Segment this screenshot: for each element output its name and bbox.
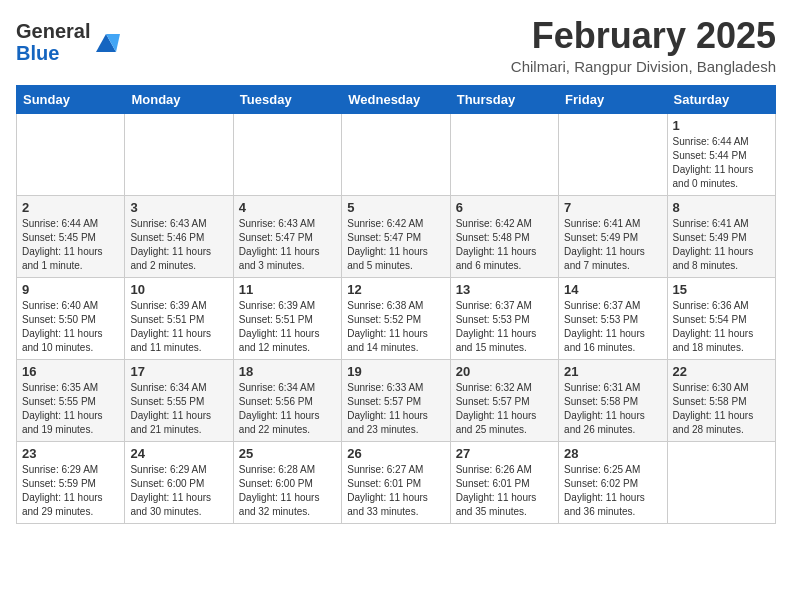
calendar-cell: 3Sunrise: 6:43 AM Sunset: 5:46 PM Daylig… [125,195,233,277]
weekday-header: Wednesday [342,85,450,113]
day-number: 19 [347,364,444,379]
calendar-cell: 18Sunrise: 6:34 AM Sunset: 5:56 PM Dayli… [233,359,341,441]
calendar-header-row: SundayMondayTuesdayWednesdayThursdayFrid… [17,85,776,113]
calendar-week-row: 16Sunrise: 6:35 AM Sunset: 5:55 PM Dayli… [17,359,776,441]
day-number: 9 [22,282,119,297]
calendar-cell: 4Sunrise: 6:43 AM Sunset: 5:47 PM Daylig… [233,195,341,277]
weekday-header: Friday [559,85,667,113]
day-info: Sunrise: 6:37 AM Sunset: 5:53 PM Dayligh… [456,299,553,355]
calendar-cell: 14Sunrise: 6:37 AM Sunset: 5:53 PM Dayli… [559,277,667,359]
calendar-cell: 15Sunrise: 6:36 AM Sunset: 5:54 PM Dayli… [667,277,775,359]
day-number: 15 [673,282,770,297]
day-info: Sunrise: 6:28 AM Sunset: 6:00 PM Dayligh… [239,463,336,519]
calendar-cell [559,113,667,195]
month-title: February 2025 [511,16,776,56]
day-info: Sunrise: 6:35 AM Sunset: 5:55 PM Dayligh… [22,381,119,437]
day-number: 18 [239,364,336,379]
logo-general-text: General [16,20,90,42]
day-info: Sunrise: 6:44 AM Sunset: 5:44 PM Dayligh… [673,135,770,191]
day-number: 22 [673,364,770,379]
calendar-cell [125,113,233,195]
calendar-cell: 2Sunrise: 6:44 AM Sunset: 5:45 PM Daylig… [17,195,125,277]
calendar-week-row: 2Sunrise: 6:44 AM Sunset: 5:45 PM Daylig… [17,195,776,277]
calendar-cell: 27Sunrise: 6:26 AM Sunset: 6:01 PM Dayli… [450,441,558,523]
day-number: 12 [347,282,444,297]
day-number: 27 [456,446,553,461]
weekday-header: Thursday [450,85,558,113]
day-number: 2 [22,200,119,215]
calendar-cell [17,113,125,195]
day-number: 3 [130,200,227,215]
day-number: 8 [673,200,770,215]
weekday-header: Monday [125,85,233,113]
day-info: Sunrise: 6:34 AM Sunset: 5:55 PM Dayligh… [130,381,227,437]
day-info: Sunrise: 6:29 AM Sunset: 6:00 PM Dayligh… [130,463,227,519]
day-info: Sunrise: 6:38 AM Sunset: 5:52 PM Dayligh… [347,299,444,355]
calendar-cell [342,113,450,195]
day-number: 14 [564,282,661,297]
day-info: Sunrise: 6:32 AM Sunset: 5:57 PM Dayligh… [456,381,553,437]
day-info: Sunrise: 6:33 AM Sunset: 5:57 PM Dayligh… [347,381,444,437]
day-number: 26 [347,446,444,461]
calendar-cell: 24Sunrise: 6:29 AM Sunset: 6:00 PM Dayli… [125,441,233,523]
calendar-week-row: 9Sunrise: 6:40 AM Sunset: 5:50 PM Daylig… [17,277,776,359]
weekday-header: Sunday [17,85,125,113]
logo-blue-text: Blue [16,42,59,64]
day-number: 13 [456,282,553,297]
day-number: 4 [239,200,336,215]
day-info: Sunrise: 6:25 AM Sunset: 6:02 PM Dayligh… [564,463,661,519]
calendar-cell: 13Sunrise: 6:37 AM Sunset: 5:53 PM Dayli… [450,277,558,359]
day-info: Sunrise: 6:31 AM Sunset: 5:58 PM Dayligh… [564,381,661,437]
calendar-cell [233,113,341,195]
day-number: 25 [239,446,336,461]
calendar-cell: 23Sunrise: 6:29 AM Sunset: 5:59 PM Dayli… [17,441,125,523]
day-number: 24 [130,446,227,461]
calendar-cell: 11Sunrise: 6:39 AM Sunset: 5:51 PM Dayli… [233,277,341,359]
calendar-cell: 5Sunrise: 6:42 AM Sunset: 5:47 PM Daylig… [342,195,450,277]
calendar-cell: 12Sunrise: 6:38 AM Sunset: 5:52 PM Dayli… [342,277,450,359]
logo-icon [92,28,120,56]
title-block: February 2025 Chilmari, Rangpur Division… [511,16,776,75]
day-number: 21 [564,364,661,379]
day-info: Sunrise: 6:30 AM Sunset: 5:58 PM Dayligh… [673,381,770,437]
day-number: 20 [456,364,553,379]
calendar-week-row: 23Sunrise: 6:29 AM Sunset: 5:59 PM Dayli… [17,441,776,523]
calendar-cell: 17Sunrise: 6:34 AM Sunset: 5:55 PM Dayli… [125,359,233,441]
day-info: Sunrise: 6:40 AM Sunset: 5:50 PM Dayligh… [22,299,119,355]
day-number: 7 [564,200,661,215]
weekday-header: Saturday [667,85,775,113]
day-info: Sunrise: 6:43 AM Sunset: 5:47 PM Dayligh… [239,217,336,273]
day-info: Sunrise: 6:44 AM Sunset: 5:45 PM Dayligh… [22,217,119,273]
calendar-cell: 1Sunrise: 6:44 AM Sunset: 5:44 PM Daylig… [667,113,775,195]
day-number: 6 [456,200,553,215]
calendar-cell: 25Sunrise: 6:28 AM Sunset: 6:00 PM Dayli… [233,441,341,523]
day-info: Sunrise: 6:39 AM Sunset: 5:51 PM Dayligh… [130,299,227,355]
calendar-week-row: 1Sunrise: 6:44 AM Sunset: 5:44 PM Daylig… [17,113,776,195]
day-info: Sunrise: 6:27 AM Sunset: 6:01 PM Dayligh… [347,463,444,519]
day-number: 16 [22,364,119,379]
day-number: 28 [564,446,661,461]
calendar-cell: 20Sunrise: 6:32 AM Sunset: 5:57 PM Dayli… [450,359,558,441]
day-info: Sunrise: 6:42 AM Sunset: 5:48 PM Dayligh… [456,217,553,273]
day-info: Sunrise: 6:34 AM Sunset: 5:56 PM Dayligh… [239,381,336,437]
calendar-table: SundayMondayTuesdayWednesdayThursdayFrid… [16,85,776,524]
calendar-cell: 26Sunrise: 6:27 AM Sunset: 6:01 PM Dayli… [342,441,450,523]
day-info: Sunrise: 6:43 AM Sunset: 5:46 PM Dayligh… [130,217,227,273]
weekday-header: Tuesday [233,85,341,113]
day-info: Sunrise: 6:36 AM Sunset: 5:54 PM Dayligh… [673,299,770,355]
calendar-cell [667,441,775,523]
day-info: Sunrise: 6:26 AM Sunset: 6:01 PM Dayligh… [456,463,553,519]
calendar-cell: 7Sunrise: 6:41 AM Sunset: 5:49 PM Daylig… [559,195,667,277]
day-info: Sunrise: 6:29 AM Sunset: 5:59 PM Dayligh… [22,463,119,519]
day-info: Sunrise: 6:37 AM Sunset: 5:53 PM Dayligh… [564,299,661,355]
calendar-cell: 19Sunrise: 6:33 AM Sunset: 5:57 PM Dayli… [342,359,450,441]
day-number: 1 [673,118,770,133]
day-number: 11 [239,282,336,297]
day-number: 23 [22,446,119,461]
calendar-cell: 10Sunrise: 6:39 AM Sunset: 5:51 PM Dayli… [125,277,233,359]
calendar-cell: 6Sunrise: 6:42 AM Sunset: 5:48 PM Daylig… [450,195,558,277]
calendar-cell [450,113,558,195]
calendar-cell: 16Sunrise: 6:35 AM Sunset: 5:55 PM Dayli… [17,359,125,441]
calendar-cell: 21Sunrise: 6:31 AM Sunset: 5:58 PM Dayli… [559,359,667,441]
day-info: Sunrise: 6:42 AM Sunset: 5:47 PM Dayligh… [347,217,444,273]
